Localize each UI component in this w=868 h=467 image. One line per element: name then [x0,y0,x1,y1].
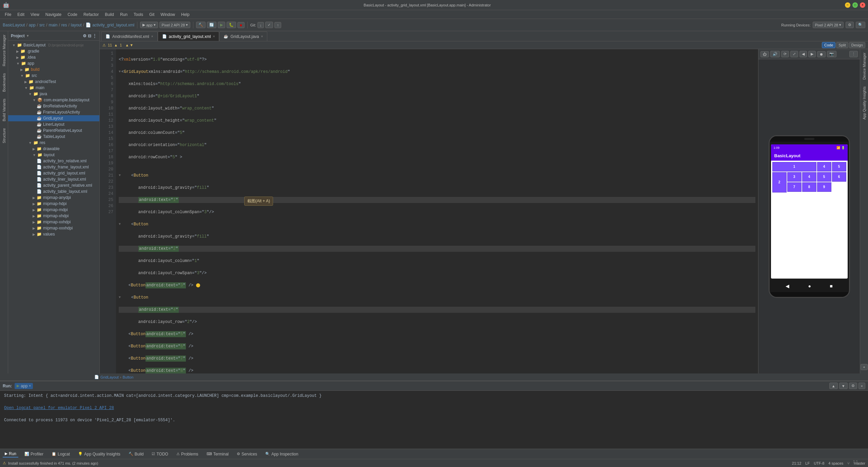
tree-item-drawable[interactable]: ▶ 📁 drawable [8,146,99,152]
menu-build[interactable]: Build [102,12,117,18]
tree-item-mipmap-xhdpi[interactable]: ▶ 📁 mipmap-xhdpi [8,213,99,219]
side-tab-resource-manager[interactable]: Resource Manager [1,31,7,70]
tree-item-table-layout[interactable]: ☕ TableLayout [8,134,99,140]
project-dropdown-arrow[interactable]: ▾ [27,34,28,38]
preview-power-btn[interactable]: ⏻ [760,51,769,57]
tab-android-manifest[interactable]: 📄 AndroidManifest.xml × [101,32,158,41]
status-indent[interactable]: 4 spaces [828,461,843,465]
running-device-dropdown[interactable]: Pixel 2 API 28 ▾ [813,22,844,28]
run-up-btn[interactable]: ▲ [829,383,838,389]
side-tab-app-quality[interactable]: App Quality Insights [861,83,868,123]
project-breadcrumb-layout[interactable]: layout [71,23,82,27]
menu-file[interactable]: File [2,12,14,18]
make-button[interactable]: 🔨 [196,22,206,28]
breadcrumb-gridlayout[interactable]: GridLayout [100,375,119,379]
run-app-tab[interactable]: ▶ app × [15,383,33,389]
tree-item-values[interactable]: ▶ 📁 values [8,231,99,237]
menu-run[interactable]: Run [117,12,130,18]
settings-button[interactable]: ⚙ [846,22,854,28]
git-commit-button[interactable]: ✓ [265,22,273,28]
menu-code[interactable]: Code [65,12,80,18]
tree-item-activity-frame[interactable]: 📄 activity_frame_layout.xml [8,164,99,170]
phone-back-button[interactable]: ◀ [786,283,789,289]
side-tab-structure[interactable]: Structure [1,125,7,147]
tab-close-manifest[interactable]: × [151,35,153,38]
menu-git[interactable]: Git [147,12,157,18]
side-tab-device-manager[interactable]: Device Manager [861,49,868,83]
project-more-icon[interactable]: ⋮ [93,34,97,38]
bottom-tab-app-inspection[interactable]: 🔍 App Inspection [263,451,300,457]
search-button[interactable]: 🔍 [856,22,865,28]
tree-item-liner-layout[interactable]: ☕ LinerLayout [8,121,99,127]
preview-more-btn[interactable]: ⋮ [849,51,858,57]
bottom-tab-run[interactable]: ▶ Run [3,451,18,458]
bottom-tab-services[interactable]: ⚙ Services [235,451,259,457]
preview-sound-btn[interactable]: 🔊 [770,51,780,57]
menu-view[interactable]: View [28,12,42,18]
side-tab-bookmarks[interactable]: Bookmarks [1,70,7,95]
tree-item-mipmap-hdpi[interactable]: ▶ 📁 mipmap-hdpi [8,201,99,207]
bottom-tab-build[interactable]: 🔨 Build [127,451,146,457]
tree-item-frame-layout[interactable]: ☕ FrameLayoutActivity [8,109,99,115]
run-close-btn[interactable]: × [859,383,865,389]
far-right-plus-btn[interactable]: + [861,364,867,370]
prev-warning-icon[interactable]: ▲ [125,43,129,47]
menu-window[interactable]: Window [158,12,178,18]
menu-navigate[interactable]: Navigate [43,12,64,18]
sync-button[interactable]: 🔄 [207,22,216,28]
bottom-tab-profiler[interactable]: 📊 Profiler [22,451,45,457]
project-breadcrumb-basiclayout[interactable]: BasicLayout [3,23,25,27]
menu-edit[interactable]: Edit [15,12,27,18]
project-breadcrumb-src[interactable]: src [39,23,45,27]
side-tab-build-variants[interactable]: Build Variants [1,95,7,125]
git-update-button[interactable]: ↓ [257,22,264,28]
project-breadcrumb-app[interactable]: app [29,23,36,27]
run-down-btn[interactable]: ▼ [839,383,848,389]
project-collapse-icon[interactable]: ⊟ [88,34,91,38]
bottom-tab-terminal[interactable]: ⌨ Terminal [205,451,231,457]
tab-activity-grid-layout[interactable]: 📄 activity_grid_layout.xml × [158,32,219,41]
tab-grid-layout-java[interactable]: ☕ GridLayout.java × [219,32,267,41]
debug-button[interactable]: 🐛 [227,22,236,28]
device-selector[interactable]: Pixel 2 API 28 ▾ [159,22,191,28]
tree-item-activity-parent[interactable]: 📄 activity_parent_relative.xml [8,182,99,188]
menu-help[interactable]: Help [178,12,192,18]
bottom-tab-todo[interactable]: ☑ TODO [150,451,170,457]
project-settings-icon[interactable]: ⚙ [83,34,86,38]
next-warning-icon[interactable]: ▼ [130,43,133,47]
stop-button[interactable]: ■ [237,22,245,28]
minimize-button[interactable]: − [845,2,850,8]
run-config-dropdown[interactable]: ▶ app ▾ [140,22,158,28]
run-button[interactable]: ▶ [218,22,225,28]
view-code-button[interactable]: Code [822,42,835,48]
tree-item-layout-folder[interactable]: ▼ 📁 layout [8,152,99,158]
tree-item-androidtest[interactable]: ▶ 📁 androidTest [8,79,99,85]
tree-item-activity-table[interactable]: 📄 activity_table_layout.xml [8,188,99,195]
phone-home-button[interactable]: ● [808,283,811,289]
preview-record-btn[interactable]: ⏺ [817,51,826,57]
run-settings-btn[interactable]: ⚙ [849,383,857,389]
tree-item-res[interactable]: ▼ 📁 res [8,140,99,146]
status-encoding[interactable]: UTF-8 [814,461,824,465]
tree-item-bro-relative[interactable]: ☕ BroRelativeActivity [8,103,99,109]
menu-tools[interactable]: Tools [131,12,146,18]
breadcrumb-button[interactable]: Button [122,375,133,379]
tree-item-activity-grid[interactable]: 📄 activity_grid_layout.xml [8,170,99,176]
tree-item-java[interactable]: ▼ 📁 java [8,91,99,97]
tree-item-package[interactable]: ▼ 📦 com.example.basiclayout [8,97,99,103]
tree-item-gradle[interactable]: ▶ 📁 .gradle [8,48,99,54]
tree-item-basiclayout[interactable]: ▼ 📁 BasicLayout D:/project/android-proje [8,42,99,48]
tree-item-grid-layout[interactable]: ☕ GridLayout [8,115,99,121]
run-app-close[interactable]: × [29,384,31,388]
code-content[interactable]: <?xml version="1.0" encoding="utf-8"?> ▼… [116,49,758,373]
tree-item-parent-relative[interactable]: ☕ ParentRelativeLayout [8,127,99,134]
project-breadcrumb-res[interactable]: res [61,23,67,27]
git-push-button[interactable]: ↑ [274,22,281,28]
preview-forward-btn[interactable]: ▶ [808,51,816,57]
phone-recents-button[interactable]: ■ [830,283,832,289]
tree-item-activity-bro[interactable]: 📄 activity_bro_relative.xml [8,158,99,164]
tree-item-activity-liner[interactable]: 📄 activity_liner_layout.xml [8,176,99,182]
tree-item-main[interactable]: ▼ 📁 main [8,85,99,91]
status-lf[interactable]: LF [805,461,810,465]
bottom-tab-problems[interactable]: ⚠ Problems [174,451,200,457]
